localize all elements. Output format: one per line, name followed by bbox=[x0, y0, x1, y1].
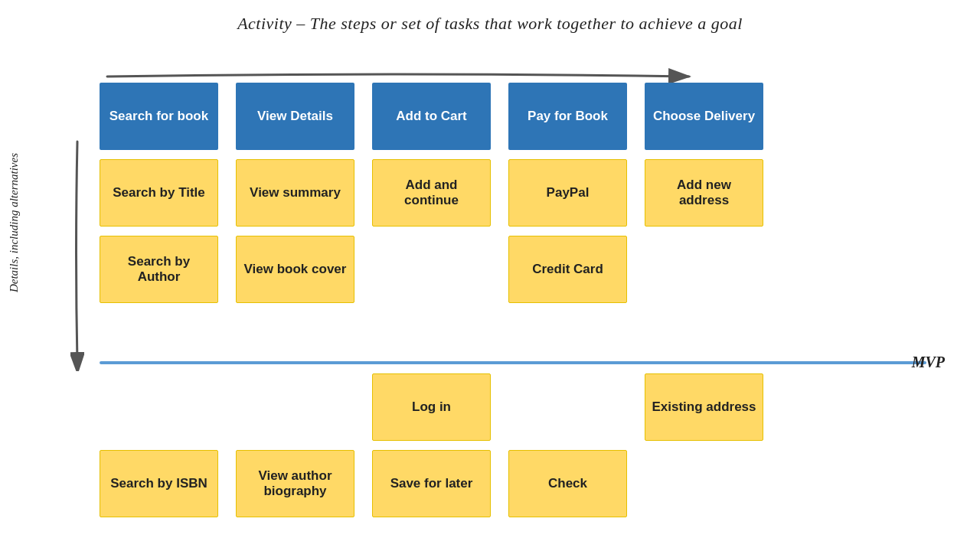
list-item: Search by ISBN bbox=[100, 450, 218, 517]
empty-cell bbox=[645, 450, 763, 517]
list-item: Search by Title bbox=[100, 159, 218, 227]
list-item: Add and continue bbox=[372, 159, 491, 227]
col3-header: Add to Cart bbox=[372, 83, 491, 150]
list-item: Check bbox=[508, 450, 627, 517]
list-item: PayPal bbox=[508, 159, 627, 227]
main-grid: Search for book View Details Add to Cart… bbox=[100, 83, 767, 303]
list-item: View author biography bbox=[236, 450, 354, 517]
list-item: View book cover bbox=[236, 236, 354, 303]
empty-cell bbox=[372, 236, 491, 303]
y-axis-label: Details, including alternatives bbox=[8, 153, 21, 292]
list-item: View summary bbox=[236, 159, 354, 227]
col2-header: View Details bbox=[236, 83, 354, 150]
below-mvp-grid: Log in Existing address Search by ISBN V… bbox=[100, 373, 767, 517]
list-item: Log in bbox=[372, 373, 491, 441]
list-item: Save for later bbox=[372, 450, 491, 517]
list-item: Existing address bbox=[645, 373, 763, 441]
empty-cell bbox=[100, 373, 218, 441]
list-item: Credit Card bbox=[508, 236, 627, 303]
y-axis-arrow-icon bbox=[70, 134, 84, 371]
col4-header: Pay for Book bbox=[508, 83, 627, 150]
empty-cell bbox=[508, 373, 627, 441]
mvp-line bbox=[100, 361, 926, 364]
col1-header: Search for book bbox=[100, 83, 218, 150]
col5-header: Choose Delivery bbox=[645, 83, 763, 150]
list-item: Search by Author bbox=[100, 236, 218, 303]
top-arrow-icon bbox=[100, 67, 697, 84]
mvp-label: MVP bbox=[912, 354, 945, 371]
page-title: Activity – The steps or set of tasks tha… bbox=[0, 0, 980, 38]
list-item: Add new address bbox=[645, 159, 763, 227]
empty-cell bbox=[645, 236, 763, 303]
empty-cell bbox=[236, 373, 354, 441]
